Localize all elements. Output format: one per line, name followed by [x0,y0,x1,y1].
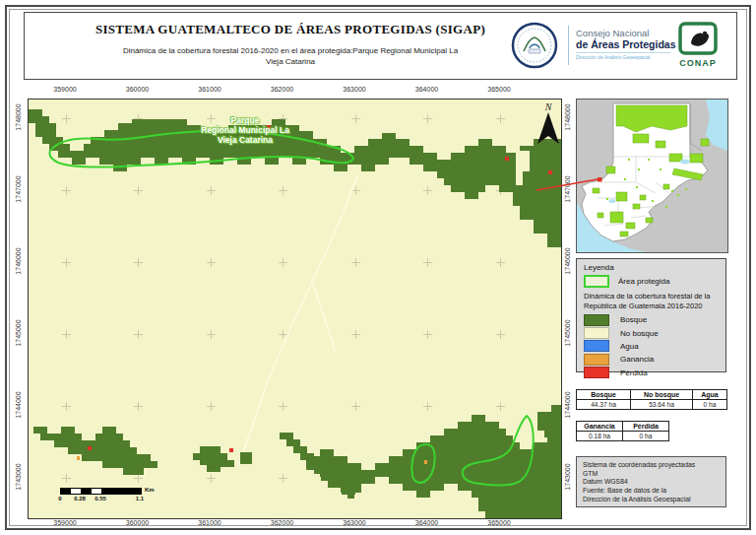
credits-line: Datum WGS84 [583,478,720,487]
x-tick-top: 361000 [198,86,220,93]
credits-line: GTM [583,470,720,479]
table-value: 0.18 ha [577,432,623,441]
protected-area-swatch [584,275,609,288]
scalebar-label: 0.28 [74,496,86,502]
legend-protected-area-item: Área protegida [584,275,719,288]
legend-item: Bosque [584,313,719,326]
credits-box: Sistema de coordenadas proyectadasGTMDat… [576,456,726,507]
table-header: No bosque [631,390,693,400]
legend-item: Ganancia [584,353,719,366]
conap-logo-icon [678,22,718,55]
table-value: 53.64 ha [631,400,693,410]
y-tick-right: 1744000 [564,391,571,418]
x-tick-top: 362000 [271,86,293,93]
table-value: 44.37 ha [577,400,631,410]
guatemala-government-seal-icon [511,22,558,69]
x-tick-top: 364000 [415,86,438,93]
legend-item-label: Ganancia [620,355,654,364]
page-title: SISTEMA GUATEMALTECO DE ÁREAS PROTEGIDAS… [25,22,556,37]
credits-line: Sistema de coordenadas proyectadas [583,461,720,470]
subtitle-line2: Vieja Catarina [34,56,546,67]
legend-swatch [584,327,609,339]
legend-item-label: Agua [620,342,639,351]
page-subtitle: Dinámica de la cobertura forestal 2016-2… [34,45,546,67]
trail-paths [238,176,357,466]
x-tick-bottom: 363000 [343,519,365,526]
scalebar-label: 0 [58,496,61,502]
org-subtitle: Dirección de Análisis Geoespacial [576,54,678,60]
legend-title: Leyenda [584,263,719,272]
legend-items: BosqueNo bosqueAguaGananciaPérdida [584,313,719,379]
legend-item-label: Bosque [620,315,647,324]
legend-section-line1: Dinámica de la cobertura forestal de la [584,292,719,301]
legend: Leyenda Área protegida Dinámica de la co… [576,258,726,372]
legend-item: Pérdida [584,367,719,379]
x-tick-bottom: 364000 [415,519,438,526]
x-tick-bottom: 360000 [126,519,149,526]
subtitle-line1: Dinámica de la cobertura forestal 2016-2… [34,45,546,56]
protected-area-label-line2: Regional Municipal La [157,125,334,135]
main-map: Parque Regional Municipal La Vieja Catar… [28,99,562,519]
table-header: Agua [693,390,727,400]
scalebar-label: 1.1 [136,496,144,502]
table-value: 0 ha [623,432,669,441]
table-header: Bosque [577,390,631,400]
org-name: Consejo Nacional de Áreas Protegidas Dir… [576,28,678,60]
map-canvas [29,100,561,518]
scalebar-label: 0.55 [94,496,106,502]
legend-item-label: No bosque [620,329,659,338]
x-tick-bottom: 359000 [53,519,76,526]
protected-area-label: Parque Regional Municipal La Vieja Catar… [157,115,334,145]
x-tick-top: 365000 [487,86,510,93]
area-stats-table: BosqueNo bosqueAgua44.37 ha53.64 ha0 ha [576,389,727,410]
protected-area-label-line1: Parque [157,115,334,125]
legend-item: No bosque [584,326,719,339]
logo-separator [568,26,569,65]
org-rule [576,52,670,53]
org-name-line2: de Áreas Protegidas [576,38,678,50]
protected-area-item-label: Área protegida [618,277,669,286]
y-tick-right: 1745000 [564,319,571,346]
y-tick-right: 1747000 [564,175,571,202]
y-tick-left: 1743000 [15,463,22,490]
protected-area-label-line3: Vieja Catarina [157,135,334,145]
y-tick-right: 1748000 [564,103,571,130]
north-arrow-icon [535,112,562,146]
y-tick-right: 1746000 [564,247,571,274]
x-tick-top: 359000 [53,86,76,93]
legend-section-line2: República de Guatemala 2016-2020 [584,301,719,311]
forest-polygons [29,109,561,518]
x-tick-bottom: 361000 [198,519,220,526]
north-arrow: N [535,101,562,150]
table-value: 0 ha [693,400,727,410]
y-tick-left: 1747000 [15,175,22,202]
table-header: Pérdida [623,422,669,432]
y-tick-left: 1746000 [15,247,22,274]
x-tick-top: 363000 [343,86,365,93]
legend-swatch [584,340,609,352]
table-header: Ganancia [577,422,623,432]
legend-item-label: Pérdida [620,368,648,377]
legend-item: Agua [584,340,719,353]
legend-swatch [584,367,609,378]
y-tick-left: 1744000 [15,391,22,418]
map-sheet: SISTEMA GUATEMALTECO DE ÁREAS PROTEGIDAS… [0,0,756,535]
x-tick-top: 360000 [126,86,149,93]
inset-map-canvas [577,100,727,252]
y-tick-left: 1745000 [15,319,22,346]
conap-label: CONAP [674,58,722,68]
scalebar-unit: Km [145,487,155,493]
x-tick-bottom: 362000 [271,519,293,526]
header: SISTEMA GUATEMALTECO DE ÁREAS PROTEGIDAS… [24,12,737,80]
org-name-line1: Consejo Nacional [576,28,678,38]
credits-line: Dirección de la Análisis Geoespacial [583,496,720,504]
scalebar: Km 00.280.551.1 [60,488,188,509]
location-marker [598,177,602,182]
credits-line: Fuente: Base de datos de la [583,487,720,496]
north-label: N [535,101,562,112]
y-tick-right: 1743000 [564,463,571,490]
legend-section-title: Dinámica de la cobertura forestal de la … [584,292,719,310]
legend-swatch [584,354,609,366]
change-stats-table: GananciaPérdida0.18 ha0 ha [576,421,669,441]
scalebar-track [60,488,142,495]
